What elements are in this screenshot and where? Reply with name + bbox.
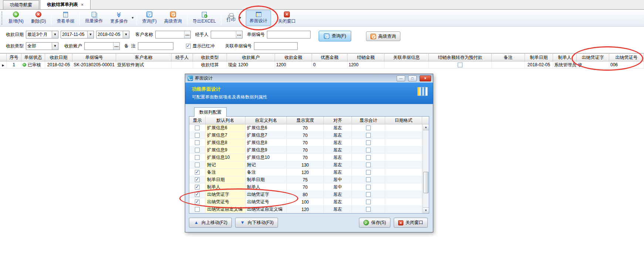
config-cell-align[interactable]: 居左 <box>324 139 352 146</box>
grid-column-header[interactable]: 制单日期 <box>525 54 553 61</box>
grid-column-header[interactable]: 序号 <box>7 54 21 61</box>
grid-column-header[interactable]: 优惠金额 <box>312 54 348 61</box>
config-column-header[interactable]: 对齐 <box>324 117 352 124</box>
show-checkbox[interactable] <box>195 177 200 182</box>
move-up-button[interactable]: 向上移动(F2) <box>189 218 232 228</box>
tab-data-column-config[interactable]: 数据列配置 <box>194 107 227 117</box>
config-cell-date-format[interactable] <box>385 132 422 139</box>
grid-column-header[interactable]: 备注 <box>492 54 525 61</box>
advanced-query-button[interactable]: 高级查询 <box>366 31 400 41</box>
config-cell-date-format[interactable] <box>385 206 422 213</box>
show-checkbox[interactable] <box>195 125 200 130</box>
show-checkbox[interactable] <box>195 170 200 175</box>
show-checkbox[interactable] <box>195 192 200 197</box>
config-cell-custom-name[interactable]: 制单人 <box>245 184 287 191</box>
config-cell-width[interactable]: 70 <box>287 154 324 161</box>
config-cell-custom-name[interactable]: 扩展信息7 <box>245 132 287 139</box>
column-config-row[interactable]: 扩展信息9扩展信息970居左 <box>189 147 423 154</box>
config-column-header[interactable]: 默认列名 <box>206 117 245 124</box>
config-cell-align[interactable]: 居中 <box>324 184 352 191</box>
show-total-checkbox[interactable] <box>366 148 371 153</box>
config-cell-width[interactable]: 70 <box>287 184 324 191</box>
show-total-checkbox[interactable] <box>366 170 371 175</box>
column-config-row[interactable]: 出纳凭证号出纳凭证号100居左 <box>189 198 423 206</box>
config-cell-date-format[interactable] <box>385 147 422 154</box>
show-checkbox[interactable] <box>195 207 200 212</box>
show-total-checkbox[interactable] <box>366 207 371 212</box>
config-cell-width[interactable]: 70 <box>287 132 324 139</box>
config-cell-align[interactable]: 居左 <box>324 206 352 213</box>
tab-close-icon[interactable] <box>81 2 84 7</box>
column-config-row[interactable]: 扩展信息8扩展信息870居左 <box>189 139 423 147</box>
toolbar-ui-design-button[interactable]: 界面设计 <box>246 10 271 26</box>
customer-name-field[interactable] <box>155 31 191 38</box>
grid-column-header[interactable]: 客户名称 <box>116 54 172 61</box>
show-total-checkbox[interactable] <box>366 155 371 160</box>
config-cell-date-format[interactable] <box>385 139 422 146</box>
grid-column-header[interactable]: 出纳凭证号 <box>609 54 644 61</box>
config-cell-date-format[interactable] <box>385 161 422 168</box>
chevron-down-icon[interactable] <box>132 16 133 20</box>
config-cell-custom-name[interactable]: 出纳凭证号 <box>245 198 287 205</box>
minimize-button[interactable]: — <box>397 76 405 81</box>
config-cell-date-format[interactable] <box>385 184 422 191</box>
grid-column-header[interactable]: 收款账户 <box>227 54 275 61</box>
row-checkbox[interactable] <box>458 63 462 67</box>
config-cell-width[interactable]: 75 <box>287 176 324 183</box>
show-total-checkbox[interactable] <box>366 125 371 130</box>
toolbar-adv-query-button[interactable]: 高级查询 <box>160 10 186 26</box>
query-button[interactable]: 查询(F) <box>319 31 351 41</box>
related-doc-input[interactable] <box>254 43 297 50</box>
column-config-row[interactable]: 附记附记130居左 <box>189 161 423 169</box>
config-cell-custom-name[interactable]: 扩展信息9 <box>245 147 287 154</box>
grid-column-header[interactable]: 收款日期 <box>45 54 72 61</box>
related-doc-field[interactable] <box>254 42 298 50</box>
chevron-down-icon[interactable] <box>123 31 129 38</box>
row-selector-header[interactable] <box>0 54 7 61</box>
column-config-row[interactable]: 制单日期制单日期75居中 <box>189 176 423 184</box>
table-row[interactable]: 1已审核2018-02-05SK-20180205-00001亚拓软件测试收款结… <box>0 61 644 68</box>
grid-column-header[interactable]: 制单人 <box>553 54 577 61</box>
receipt-account-input[interactable] <box>85 43 113 50</box>
column-config-row[interactable]: 制单人制单人70居中 <box>189 184 423 191</box>
toolbar-print-button[interactable]: 打印 <box>223 11 243 24</box>
toolbar-add-button[interactable]: 新增(N) <box>5 10 27 26</box>
chevron-down-icon[interactable] <box>87 31 94 38</box>
ellipsis-lookup-icon[interactable] <box>184 31 190 38</box>
show-total-checkbox[interactable] <box>366 185 371 190</box>
chevron-down-icon[interactable] <box>52 43 58 50</box>
column-config-row[interactable]: 出纳凭证自定义编出纳凭证自定义编120居左 <box>189 206 423 213</box>
config-cell-align[interactable]: 居左 <box>324 198 352 205</box>
config-cell-date-format[interactable] <box>385 169 422 176</box>
config-cell-custom-name[interactable]: 出纳凭证自定义编 <box>245 206 287 213</box>
config-cell-align[interactable]: 居左 <box>324 191 352 198</box>
show-total-checkbox[interactable] <box>366 140 371 145</box>
tab-function-navigation[interactable]: 功能导航窗 <box>3 0 39 9</box>
config-cell-date-format[interactable] <box>385 154 422 161</box>
grid-column-header[interactable]: 关联单据信息 <box>384 54 429 61</box>
grid-column-header[interactable]: 结销金额 <box>348 54 384 61</box>
config-cell-width[interactable]: 70 <box>287 124 324 131</box>
show-total-checkbox[interactable] <box>366 177 371 182</box>
config-cell-width[interactable]: 130 <box>287 161 324 168</box>
config-cell-width[interactable]: 80 <box>287 191 324 198</box>
config-cell-width[interactable]: 70 <box>287 139 324 146</box>
column-config-row[interactable]: 出纳凭证字出纳凭证字80居左 <box>189 191 423 198</box>
config-cell-date-format[interactable] <box>385 191 422 198</box>
show-total-checkbox[interactable] <box>366 163 371 167</box>
maximize-button[interactable]: □ <box>408 76 417 81</box>
toolbar-export-excel-button[interactable]: 导出EXCEL <box>189 10 220 26</box>
config-column-header[interactable]: 自定义列名 <box>245 117 287 124</box>
config-column-header[interactable]: 显示合计 <box>352 117 385 124</box>
show-total-checkbox[interactable] <box>366 133 371 138</box>
config-cell-width[interactable]: 100 <box>287 198 324 205</box>
scroll-up-icon[interactable]: ▲ <box>423 124 429 130</box>
date-from-combobox[interactable]: 2017-11-05 <box>61 31 94 38</box>
config-cell-custom-name[interactable]: 制单日期 <box>245 176 287 183</box>
show-checkbox[interactable] <box>195 163 200 167</box>
handler-input[interactable] <box>211 31 236 38</box>
toolbar-query-button[interactable]: 查询(F) <box>138 10 160 26</box>
column-config-row[interactable]: 扩展信息6扩展信息670居左 <box>189 124 423 132</box>
doc-number-field[interactable] <box>267 31 311 38</box>
toolbar-more-button[interactable]: 更多操作 <box>106 10 135 26</box>
